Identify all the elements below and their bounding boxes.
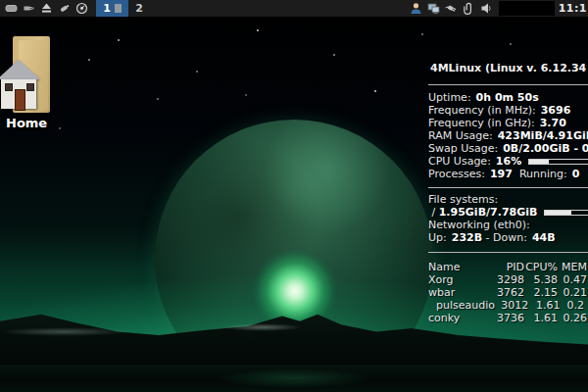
home-desktop-icon[interactable]: Home	[0, 34, 58, 132]
spray-icon[interactable]	[57, 2, 71, 15]
panel-tray: 11:1	[406, 0, 588, 17]
pager-window-thumbnail	[115, 4, 122, 13]
processes-line: Processes:197 Running:0	[428, 168, 588, 180]
home-icon-label: Home	[6, 116, 47, 130]
conky-monitor: 4MLinux (Linux v. 6.12.34 on x86 Uptime:…	[428, 58, 588, 324]
wallpaper-snow-highlight	[0, 327, 127, 336]
networking-header: Networking (eth0):	[428, 219, 588, 231]
cpu-bar	[528, 159, 588, 165]
freq-mhz-line: Frequency (in MHz):3696	[428, 104, 588, 117]
tray-applet-window	[499, 1, 555, 16]
ram-line: RAM Usage:423MiB/4.91GiB - 8%	[428, 129, 588, 142]
process-table-header: Name PID CPU% MEM	[428, 261, 587, 273]
desktop-screen: 1 2 11:1	[0, 0, 588, 392]
uptime-line: Uptime:0h 0m 50s	[428, 91, 588, 104]
process-row: pulseaudio 3012 1.61 0.2	[436, 299, 588, 312]
wallpaper-water-glow	[216, 368, 372, 388]
usb-icon[interactable]	[22, 2, 35, 15]
window-icon[interactable]	[4, 2, 18, 15]
workspace-1-button[interactable]: 1	[96, 0, 128, 17]
speaker-icon[interactable]	[480, 2, 494, 15]
house-window	[26, 83, 34, 91]
wallpaper-snow-highlight	[223, 323, 302, 331]
workspace-1-label: 1	[103, 2, 111, 15]
process-row: conky 3736 1.61 0.26	[428, 312, 587, 324]
conky-separator	[428, 252, 588, 253]
workspace-2-button[interactable]: 2	[128, 0, 150, 17]
panel-clock: 11:1	[559, 2, 587, 15]
workspace-2-label: 2	[135, 2, 143, 15]
cpu-line: CPU Usage:16%	[428, 155, 588, 168]
filesystems-header: File systems:	[428, 193, 588, 206]
plug-icon[interactable]	[445, 2, 459, 15]
swap-line: Swap Usage:0B/2.00GiB - 0%	[428, 142, 588, 155]
gauge-icon[interactable]	[74, 2, 88, 15]
house-door	[15, 89, 25, 111]
network-updown-line: Up:232B - Down:44B	[428, 231, 588, 244]
filesystem-root-line: / 1.95GiB/7.78GiB	[428, 206, 588, 219]
computer-icon[interactable]	[427, 2, 441, 15]
process-table: Name PID CPU% MEM Xorg 3298 5.38 0.47 wb…	[428, 261, 587, 324]
conky-separator	[428, 84, 588, 85]
process-row: wbar 3762 2.15 0.21	[428, 286, 587, 299]
paperclip-icon[interactable]	[463, 2, 476, 15]
conky-separator	[428, 187, 588, 188]
conky-title: 4MLinux (Linux v. 6.12.34 on x86	[430, 62, 588, 74]
top-panel: 1 2 11:1	[0, 0, 588, 17]
filesystem-bar	[544, 210, 588, 216]
process-row: Xorg 3298 5.38 0.47	[428, 273, 587, 286]
eject-icon[interactable]	[39, 2, 53, 15]
house-roof	[0, 60, 40, 79]
house-window	[5, 83, 13, 91]
user-icon[interactable]	[410, 2, 423, 15]
freq-ghz-line: Frequency (in GHz):3.70	[428, 117, 588, 129]
